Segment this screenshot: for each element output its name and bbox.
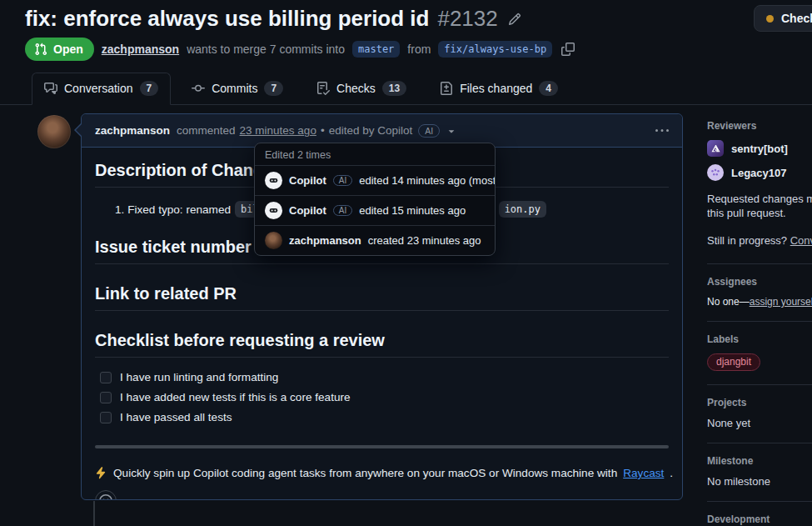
reviewer-row: Legacy107 <box>707 164 812 181</box>
convert-to-draft-line: Still in progress? Convert to draft <box>707 234 812 247</box>
list-number: 1. <box>115 203 124 216</box>
checkbox[interactable] <box>100 412 112 423</box>
ai-badge: AI <box>333 175 352 186</box>
head-branch-label[interactable]: fix/always-use-bp <box>438 41 552 58</box>
edit-history-entry[interactable]: zachpmanson created 23 minutes ago <box>255 225 495 255</box>
projects-section: Projects None yet <box>707 385 812 443</box>
pr-state-label: Open <box>53 43 83 56</box>
tab-counter: 7 <box>140 81 159 96</box>
convert-to-draft-link[interactable]: Convert to draft <box>790 234 812 247</box>
checks-status-dot <box>766 15 774 23</box>
label-djangbit[interactable]: djangbit <box>707 353 760 371</box>
reviewer-name[interactable]: Legacy107 <box>731 167 787 179</box>
dot-separator: • <box>321 124 325 137</box>
checks-button[interactable]: Checks <box>754 5 812 32</box>
copy-branch-icon[interactable] <box>561 43 575 56</box>
kebab-menu-icon[interactable] <box>655 124 669 138</box>
progress-text: Still in progress? <box>707 234 787 247</box>
comment-timestamp[interactable]: 23 minutes ago <box>240 124 316 137</box>
zap-icon <box>95 467 107 479</box>
entry-author: Copilot <box>289 174 326 187</box>
promo-period: . <box>670 467 673 479</box>
add-reaction-button[interactable] <box>95 490 117 499</box>
checklist-icon <box>316 82 330 95</box>
copilot-avatar <box>265 202 282 219</box>
checks-button-label: Checks <box>781 12 812 25</box>
checklist-item: I have run linting and formatting <box>100 371 669 383</box>
pr-sidebar: Reviewers sentry[bot] Legacy107 Requeste… <box>707 113 812 526</box>
edit-history-entry[interactable]: Copilot AI edited 15 minutes ago <box>255 195 495 225</box>
heading-checklist: Checklist before requesting a review <box>95 329 669 358</box>
pr-number: #2132 <box>437 6 497 32</box>
tab-label: Commits <box>212 82 257 95</box>
milestone-heading[interactable]: Milestone <box>707 455 812 467</box>
ai-badge: AI <box>333 205 352 216</box>
pr-tabs: Conversation 7 Commits 7 Checks 13 Files… <box>0 73 812 105</box>
comment-discussion-icon <box>44 82 57 95</box>
milestone-value: No milestone <box>707 475 812 488</box>
from-word: from <box>407 43 431 56</box>
pr-state-badge: Open <box>25 38 94 61</box>
development-section: Development Successfully merging this pu… <box>707 502 812 526</box>
tab-commits[interactable]: Commits 7 <box>179 73 296 105</box>
assignees-section: Assignees No one—assign yourself <box>707 264 812 322</box>
base-branch-label[interactable]: master <box>352 41 400 58</box>
promo-text: Quickly spin up Copilot coding agent tas… <box>113 467 617 479</box>
entry-author: Copilot <box>289 204 326 217</box>
projects-heading[interactable]: Projects <box>707 397 812 408</box>
edit-title-icon[interactable] <box>508 13 521 26</box>
tab-files-changed[interactable]: Files changed 4 <box>427 73 570 105</box>
checklist-label: I have run linting and formatting <box>120 371 278 383</box>
entry-text: edited 14 minutes ago (most recent) <box>359 174 496 187</box>
reviewer-name[interactable]: sentry[bot] <box>731 143 788 155</box>
comment-author[interactable]: zachpmanson <box>95 124 170 137</box>
assign-yourself-link[interactable]: assign yourself <box>750 296 812 308</box>
pr-author-link[interactable]: zachpmanson <box>102 43 179 56</box>
assignees-heading[interactable]: Assignees <box>707 276 812 288</box>
entry-text: created 23 minutes ago <box>368 234 481 247</box>
tab-checks[interactable]: Checks 13 <box>304 73 419 105</box>
file-diff-icon <box>440 82 453 95</box>
merge-sentence: wants to merge 7 commits into <box>187 43 345 56</box>
development-heading[interactable]: Development <box>707 513 812 525</box>
checkbox[interactable] <box>100 392 112 403</box>
reviewer-avatar <box>707 164 724 181</box>
entry-text: edited 15 minutes ago <box>359 204 466 217</box>
milestone-section: Milestone No milestone <box>707 443 812 502</box>
labels-section: Labels djangbit <box>707 322 812 385</box>
copilot-avatar <box>265 172 282 189</box>
pr-meta-row: Open zachpmanson wants to merge 7 commit… <box>25 38 575 61</box>
review-required-note: Requested changes must be addressed to m… <box>707 192 812 220</box>
entry-author: zachpmanson <box>289 234 361 247</box>
reviewer-row: sentry[bot] <box>707 140 812 157</box>
edit-history-dropdown: Edited 2 times Copilot AI edited 14 minu… <box>254 143 496 256</box>
note-line: Requested changes must be addressed to m… <box>707 192 812 206</box>
edited-by-text: edited by Copilot <box>329 124 413 137</box>
checklist-item: I have added new tests if this is a core… <box>100 391 669 403</box>
timeline-line <box>93 501 95 526</box>
tab-label: Checks <box>336 82 376 95</box>
tab-counter: 13 <box>382 81 406 96</box>
markdown-divider <box>95 445 669 448</box>
raycast-link[interactable]: Raycast <box>623 467 664 479</box>
avatar <box>265 232 282 249</box>
pull-request-icon <box>34 43 47 56</box>
checklist-item: I have passed all tests <box>100 411 669 423</box>
tab-counter: 4 <box>539 81 558 96</box>
page-title: fix: enforce always use billing period i… <box>25 6 521 32</box>
pr-title-text: fix: enforce always use billing period i… <box>25 6 429 32</box>
avatar[interactable] <box>37 115 71 148</box>
edit-history-title: Edited 2 times <box>255 143 495 165</box>
reviewers-heading[interactable]: Reviewers <box>707 120 812 132</box>
checkbox[interactable] <box>100 372 112 383</box>
edit-history-entry[interactable]: Copilot AI edited 14 minutes ago (most r… <box>255 165 495 195</box>
list-text: Fixed typo: renamed <box>127 203 231 216</box>
sentry-bot-avatar <box>707 140 724 157</box>
heading-link-pr: Link to related PR <box>95 283 669 311</box>
tab-label: Conversation <box>64 82 133 95</box>
edit-history-toggle[interactable] <box>446 125 457 137</box>
assignees-value: No one—assign yourself <box>707 296 812 308</box>
tab-conversation[interactable]: Conversation 7 <box>32 73 171 105</box>
labels-heading[interactable]: Labels <box>707 333 812 345</box>
tab-label: Files changed <box>460 82 532 95</box>
